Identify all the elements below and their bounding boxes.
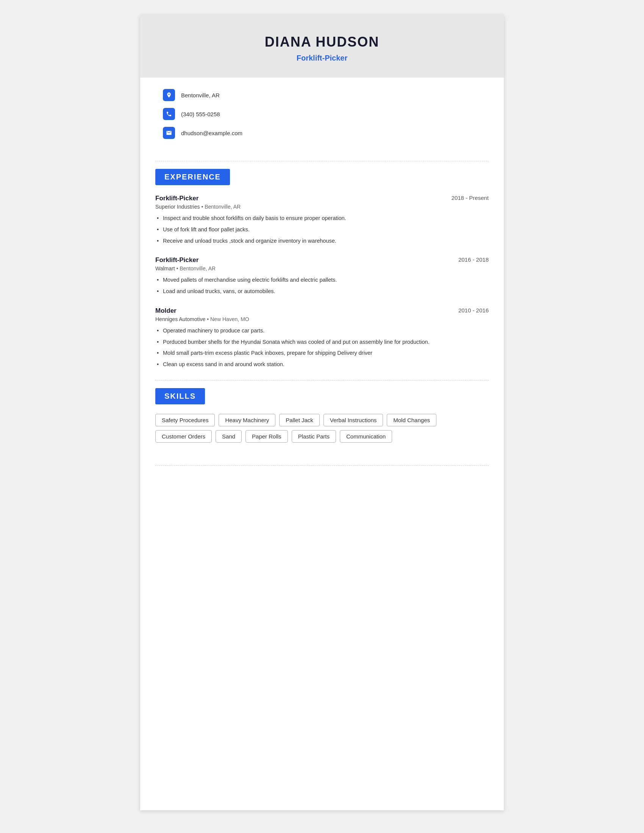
divider-1	[155, 161, 489, 161]
experience-section: Forklift-Picker 2018 - Present Superior …	[140, 195, 504, 369]
skill-tag-7: Paper Rolls	[245, 430, 288, 442]
job-bullet-3-4: Clean up excess sand in and around work …	[155, 360, 489, 369]
experience-heading-wrapper: EXPERIENCE	[140, 169, 504, 185]
skill-tag-4: Mold Changes	[387, 414, 436, 426]
phone-icon	[163, 108, 175, 120]
job-bullet-1-1: Inspect and trouble shoot forklifts on d…	[155, 214, 489, 223]
skills-heading-wrapper: SKILLS	[140, 388, 504, 404]
email-text: dhudson@example.com	[181, 130, 242, 136]
job-company-1: Superior Industries • Bentonville, AR	[155, 204, 489, 210]
job-bullets-3: Operated machinery to produce car parts.…	[155, 327, 489, 369]
job-block-1: Forklift-Picker 2018 - Present Superior …	[155, 195, 489, 245]
email-icon	[163, 127, 175, 139]
resume-container: DIANA HUDSON Forklift-Picker Bentonville…	[140, 15, 504, 810]
job-bullet-2-1: Moved pallets of merchandise using elect…	[155, 276, 489, 285]
job-dates-1: 2018 - Present	[452, 195, 489, 201]
job-bullets-2: Moved pallets of merchandise using elect…	[155, 276, 489, 296]
job-company-3: Henniges Automotive • New Haven, MO	[155, 316, 489, 322]
skill-tag-1: Heavy Machinery	[219, 414, 275, 426]
location-icon	[163, 89, 175, 101]
job-header-1: Forklift-Picker 2018 - Present	[155, 195, 489, 202]
job-bullets-1: Inspect and trouble shoot forklifts on d…	[155, 214, 489, 245]
job-bullet-3-1: Operated machinery to produce car parts.	[155, 327, 489, 335]
contact-phone: (340) 555-0258	[163, 108, 481, 120]
job-company-2: Walmart • Bentonville, AR	[155, 265, 489, 272]
job-title-2: Forklift-Picker	[155, 256, 198, 264]
job-bullet-2-2: Load and unload trucks, vans, or automob…	[155, 287, 489, 296]
skills-section: Safety ProceduresHeavy MachineryPallet J…	[140, 414, 504, 458]
skill-tag-0: Safety Procedures	[155, 414, 215, 426]
job-bullet-3-2: Porduced bumber shells for the Hyundai S…	[155, 338, 489, 346]
header-section: DIANA HUDSON Forklift-Picker	[140, 15, 504, 78]
candidate-name: DIANA HUDSON	[163, 34, 481, 50]
skill-tag-8: Plastic Parts	[292, 430, 336, 442]
skill-tag-5: Customer Orders	[155, 430, 212, 442]
location-text: Bentonville, AR	[181, 92, 220, 98]
job-bullet-3-3: Mold small parts-trim excess plastic Pac…	[155, 349, 489, 357]
job-header-3: Molder 2010 - 2016	[155, 307, 489, 315]
job-bullet-1-3: Receive and unload trucks ,stock and org…	[155, 237, 489, 245]
skill-tag-6: Sand	[216, 430, 242, 442]
contact-location: Bentonville, AR	[163, 89, 481, 101]
skill-tag-9: Communication	[340, 430, 392, 442]
divider-3	[155, 465, 489, 466]
contact-section: Bentonville, AR (340) 555-0258 dhudson@e…	[140, 78, 504, 153]
job-header-2: Forklift-Picker 2016 - 2018	[155, 256, 489, 264]
skills-heading: SKILLS	[155, 388, 205, 404]
job-dates-2: 2016 - 2018	[458, 256, 489, 263]
skill-tag-2: Pallet Jack	[279, 414, 320, 426]
contact-email: dhudson@example.com	[163, 127, 481, 139]
divider-2	[155, 380, 489, 381]
job-title-3: Molder	[155, 307, 177, 315]
job-block-3: Molder 2010 - 2016 Henniges Automotive •…	[155, 307, 489, 369]
candidate-title: Forklift-Picker	[163, 54, 481, 63]
job-dates-3: 2010 - 2016	[458, 307, 489, 314]
skill-tag-3: Verbal Instructions	[324, 414, 383, 426]
experience-heading: EXPERIENCE	[155, 169, 230, 185]
job-block-2: Forklift-Picker 2016 - 2018 Walmart • Be…	[155, 256, 489, 296]
job-bullet-1-2: Use of fork lift and floor pallet jacks.	[155, 226, 489, 234]
job-title-1: Forklift-Picker	[155, 195, 198, 202]
skills-tags-container: Safety ProceduresHeavy MachineryPallet J…	[155, 414, 489, 442]
phone-text: (340) 555-0258	[181, 111, 220, 117]
